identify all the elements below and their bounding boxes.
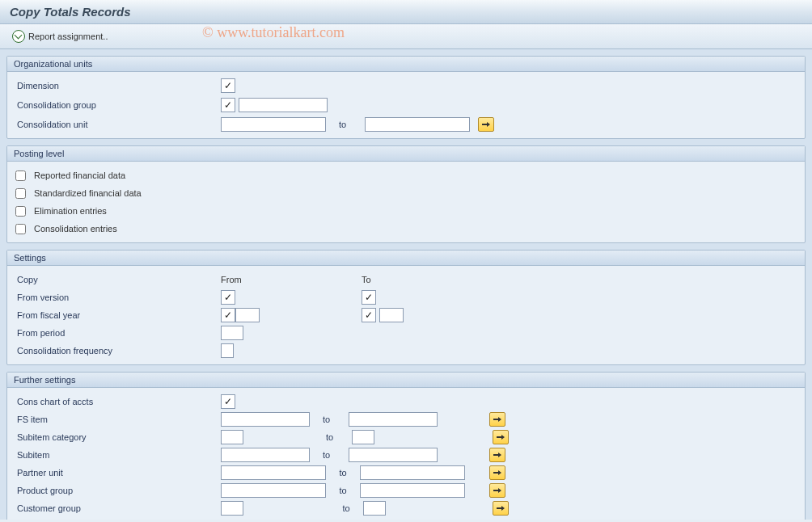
group-header-further: Further settings	[7, 373, 805, 388]
checkbox-consolidation[interactable]	[15, 224, 26, 234]
subitem-from-input[interactable]	[221, 448, 310, 462]
label-partner-unit: Partner unit	[15, 468, 218, 478]
page-title: Copy Totals Records	[10, 5, 130, 19]
group-org-units: Organizational units Dimension Consolida…	[6, 56, 806, 139]
to-label-cons-unit: to	[329, 120, 362, 129]
customer-group-from-input[interactable]	[221, 501, 243, 516]
arrow-right-icon	[493, 416, 501, 423]
customer-group-multi-button[interactable]	[493, 501, 509, 516]
label-dimension: Dimension	[15, 81, 218, 91]
customer-group-to-input[interactable]	[363, 501, 386, 516]
cons-unit-to-input[interactable]	[365, 117, 470, 132]
cons-chart-input[interactable]	[221, 394, 235, 409]
to-label-partner-unit: to	[329, 468, 357, 478]
group-header-posting-level: Posting level	[7, 146, 805, 162]
label-reported: Reported financial data	[34, 170, 125, 180]
from-version-to-input[interactable]	[362, 290, 376, 305]
arrow-right-icon	[482, 121, 490, 128]
arrow-right-icon	[497, 434, 505, 440]
report-assignment-label: Report assignment..	[28, 32, 108, 41]
label-from-period: From period	[15, 328, 218, 338]
cons-group-check[interactable]	[221, 98, 235, 112]
subitem-multi-button[interactable]	[489, 448, 505, 462]
fs-item-to-input[interactable]	[349, 412, 438, 427]
subitem-cat-to-input[interactable]	[352, 430, 374, 444]
label-from-fiscal-year: From fiscal year	[15, 310, 218, 320]
label-subitem-cat: Subitem category	[15, 432, 218, 442]
cons-group-input[interactable]	[239, 98, 328, 112]
cons-unit-multi-button[interactable]	[478, 117, 494, 132]
group-header-org-units: Organizational units	[7, 57, 805, 72]
partner-unit-multi-button[interactable]	[489, 465, 505, 480]
cons-freq-input[interactable]	[221, 343, 234, 358]
label-fs-item: FS item	[15, 415, 218, 424]
content-area: Organizational units Dimension Consolida…	[0, 49, 812, 520]
label-from-version: From version	[15, 293, 218, 302]
subitem-cat-multi-button[interactable]	[493, 430, 509, 444]
checkbox-elimination[interactable]	[15, 206, 26, 217]
label-product-group: Product group	[15, 486, 218, 495]
group-settings: Settings Copy From To From version From …	[6, 250, 806, 365]
product-group-to-input[interactable]	[360, 483, 465, 498]
label-cons-group: Consolidation group	[15, 100, 218, 110]
fs-item-from-input[interactable]	[221, 412, 310, 427]
to-label-product-group: to	[329, 486, 357, 495]
subitem-cat-from-input[interactable]	[221, 430, 243, 444]
execute-icon	[12, 30, 25, 43]
label-subitem: Subitem	[15, 450, 218, 460]
checkbox-reported[interactable]	[15, 170, 26, 181]
label-cons-chart: Cons chart of accts	[15, 397, 218, 406]
arrow-right-icon	[493, 487, 501, 494]
group-posting-level: Posting level Reported financial data St…	[6, 145, 806, 243]
label-consolidation: Consolidation entries	[34, 224, 117, 234]
fs-item-multi-button[interactable]	[489, 412, 505, 427]
to-label-fs-item: to	[313, 415, 345, 424]
from-fy-from-input[interactable]	[221, 308, 235, 322]
checkbox-standardized[interactable]	[15, 188, 26, 199]
toolbar: Report assignment..	[0, 24, 812, 49]
label-cons-freq: Consolidation frequency	[15, 346, 218, 356]
dimension-input[interactable]	[221, 78, 235, 93]
label-standardized: Standardized financial data	[34, 188, 142, 198]
label-cons-unit: Consolidation unit	[15, 120, 218, 129]
product-group-from-input[interactable]	[221, 483, 326, 498]
label-elimination: Elimination entries	[34, 206, 107, 216]
group-header-settings: Settings	[7, 250, 805, 266]
from-fy-to-extra-input[interactable]	[379, 308, 404, 322]
partner-unit-to-input[interactable]	[360, 465, 465, 480]
to-label-customer-group: to	[332, 503, 360, 513]
group-further-settings: Further settings Cons chart of accts FS …	[6, 372, 806, 520]
title-bar: Copy Totals Records	[0, 0, 812, 24]
arrow-right-icon	[493, 452, 501, 458]
label-copy: Copy	[15, 275, 218, 284]
from-period-input[interactable]	[221, 326, 243, 340]
header-to: To	[362, 275, 371, 284]
label-customer-group: Customer group	[15, 503, 218, 513]
arrow-right-icon	[493, 469, 501, 476]
to-label-subitem-cat: to	[316, 432, 349, 442]
subitem-to-input[interactable]	[349, 448, 438, 462]
to-label-subitem: to	[313, 450, 345, 460]
from-version-from-input[interactable]	[221, 290, 235, 305]
report-assignment-button[interactable]: Report assignment..	[8, 27, 112, 45]
product-group-multi-button[interactable]	[489, 483, 505, 498]
from-fy-to-input[interactable]	[362, 308, 376, 322]
header-from: From	[221, 275, 358, 284]
from-fy-from-extra-input[interactable]	[235, 308, 260, 322]
partner-unit-from-input[interactable]	[221, 465, 326, 480]
cons-unit-from-input[interactable]	[221, 117, 326, 132]
arrow-right-icon	[497, 505, 505, 511]
